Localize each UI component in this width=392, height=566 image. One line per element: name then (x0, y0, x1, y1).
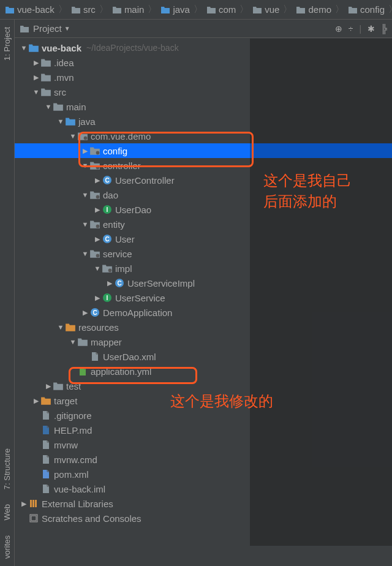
breadcrumb-item[interactable]: java (158, 4, 192, 15)
breadcrumb-item[interactable]: config (345, 4, 387, 15)
tree-file[interactable]: UserDao.xml (15, 349, 392, 364)
tree-folder[interactable]: ▼resources (15, 320, 392, 334)
tree-folder[interactable]: ▼src (15, 85, 392, 99)
tree-file[interactable]: mvnw (15, 437, 392, 452)
project-icon (20, 24, 29, 34)
breadcrumb-item[interactable]: demo (293, 4, 334, 15)
project-tree: ▼vue-back~/IdeaProjects/vue-back ▶.idea … (15, 38, 392, 566)
tree-file[interactable]: .gitignore (15, 408, 392, 423)
tree-folder[interactable]: ▶.idea (15, 55, 392, 70)
breadcrumb: vue-back〉 src〉 main〉 java〉 com〉 vue〉 dem… (0, 0, 392, 20)
tree-folder[interactable]: ▶.mvn (15, 70, 392, 85)
tree-package[interactable]: ▼dao (15, 187, 392, 202)
target-icon[interactable]: ⊕ (335, 24, 342, 34)
panel-title[interactable]: Project (33, 23, 62, 34)
sidebar-tab-structure[interactable]: 7: Structure (0, 441, 14, 497)
project-panel-header: Project ▼ ⊕ ÷ | ✱ ╠ (15, 20, 392, 38)
tree-package[interactable]: ▼entity (15, 217, 392, 232)
tree-class[interactable]: ▶UserController (15, 173, 392, 187)
tree-file[interactable]: HELP.md (15, 423, 392, 437)
breadcrumb-item[interactable]: vue-back (2, 4, 57, 15)
tree-scratches[interactable]: Scratches and Consoles (15, 511, 392, 526)
sidebar-tab-favorites[interactable]: vorites (0, 528, 14, 566)
tree-folder[interactable]: ▼java (15, 114, 392, 129)
tree-package[interactable]: ▼impl (15, 261, 392, 276)
breadcrumb-item[interactable]: main (110, 4, 147, 15)
breadcrumb-item[interactable]: com (204, 4, 238, 15)
gear-icon[interactable]: ✱ (368, 24, 375, 34)
sidebar-tab-web[interactable]: Web (0, 497, 14, 528)
hide-icon[interactable]: ╠ (381, 24, 387, 34)
tree-package[interactable]: ▼com.vue.demo (15, 129, 392, 143)
tree-folder[interactable]: ▼mapper (15, 334, 392, 349)
tree-folder[interactable]: ▼main (15, 99, 392, 114)
tree-class[interactable]: ▶UserServiceImpl (15, 276, 392, 290)
breadcrumb-item[interactable]: vue (250, 4, 282, 15)
tree-folder[interactable]: ▶target (15, 393, 392, 408)
tree-class[interactable]: ▶User (15, 232, 392, 246)
tree-interface[interactable]: ▶UserDao (15, 202, 392, 217)
tree-class[interactable]: ▶DemoApplication (15, 305, 392, 320)
sidebar-tabs: 1: Project 7: Structure Web vorites (0, 20, 15, 566)
tree-file-yml[interactable]: application.yml (15, 364, 392, 379)
chevron-down-icon[interactable]: ▼ (64, 25, 70, 32)
tree-interface[interactable]: ▶UserService (15, 290, 392, 305)
tree-external-libraries[interactable]: ▶External Libraries (15, 496, 392, 511)
tree-root[interactable]: ▼vue-back~/IdeaProjects/vue-back (15, 40, 392, 55)
breadcrumb-item[interactable]: src (69, 4, 98, 15)
tree-package[interactable]: ▼service (15, 246, 392, 261)
tree-file[interactable]: mvnw.cmd (15, 452, 392, 467)
tree-folder[interactable]: ▶test (15, 379, 392, 393)
sidebar-tab-project[interactable]: 1: Project (0, 20, 14, 68)
tree-package-config[interactable]: ▶config (15, 143, 392, 158)
collapse-icon[interactable]: ÷ (349, 24, 353, 34)
tree-package[interactable]: ▼controller (15, 158, 392, 173)
tree-file[interactable]: vue-back.iml (15, 481, 392, 496)
tree-file[interactable]: pom.xml (15, 467, 392, 481)
